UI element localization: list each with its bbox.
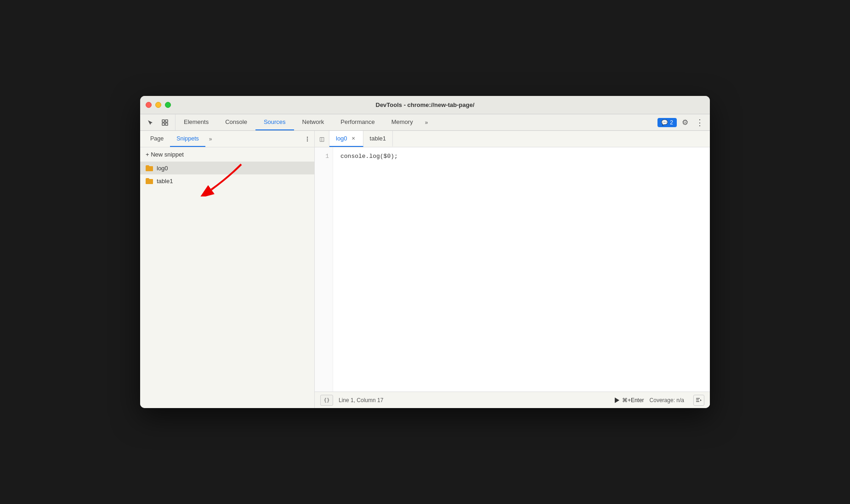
svg-rect-2 (162, 123, 164, 125)
svg-rect-9 (696, 399, 699, 400)
titlebar: DevTools - chrome://new-tab-page/ (140, 96, 710, 114)
nav-right: 💬 2 ⚙ ⋮ (654, 114, 710, 130)
svg-rect-8 (696, 398, 700, 399)
sub-tabs: Page Snippets » (140, 131, 314, 147)
snippet-name-log0: log0 (157, 165, 168, 172)
chat-badge-button[interactable]: 💬 2 (657, 118, 677, 127)
cursor-position: Line 1, Column 17 (339, 397, 383, 403)
sub-tab-more-button[interactable]: » (205, 131, 216, 147)
tab-page[interactable]: Page (144, 131, 170, 147)
line-numbers: 1 (315, 147, 333, 392)
new-snippet-button[interactable]: + New snippet (140, 147, 314, 162)
devtools-window: DevTools - chrome://new-tab-page/ Elemen… (140, 96, 710, 408)
main-content: Page Snippets » + New snippet (140, 131, 710, 408)
traffic-lights (146, 102, 171, 108)
format-button[interactable]: {} (320, 395, 333, 406)
editor-tabs: ◫ log0 ✕ table1 (315, 131, 710, 147)
tab-performance[interactable]: Performance (332, 114, 383, 130)
close-tab-log0[interactable]: ✕ (350, 135, 357, 142)
svg-point-6 (307, 140, 308, 141)
tab-memory[interactable]: Memory (383, 114, 421, 130)
minimize-button[interactable] (155, 102, 161, 108)
tab-elements[interactable]: Elements (176, 114, 217, 130)
plus-icon: + New snippet (146, 151, 184, 158)
svg-rect-10 (696, 401, 699, 402)
nav-icons (140, 114, 176, 130)
toggle-panel-button[interactable]: ◫ (315, 131, 329, 147)
window-title: DevTools - chrome://new-tab-page/ (375, 101, 474, 108)
nav-more-button[interactable]: » (421, 114, 432, 130)
editor-tab-label-log0: log0 (336, 135, 347, 142)
tab-snippets[interactable]: Snippets (170, 131, 205, 147)
tab-console[interactable]: Console (217, 114, 255, 130)
sub-tab-options-button[interactable] (300, 131, 314, 147)
badge-count: 2 (670, 119, 673, 126)
snippet-item-table1[interactable]: table1 (140, 174, 314, 187)
close-button[interactable] (146, 102, 152, 108)
code-editor[interactable]: 1 console.log($0); (315, 147, 710, 392)
svg-rect-0 (162, 120, 164, 122)
editor-tab-table1[interactable]: table1 (363, 131, 393, 147)
tab-network[interactable]: Network (294, 114, 333, 130)
snippet-item-log0[interactable]: log0 (140, 162, 314, 174)
run-icon (615, 398, 619, 403)
coverage-label: Coverage: n/a (650, 397, 684, 403)
snippets-list: + New snippet log0 table1 (140, 147, 314, 408)
left-panel: Page Snippets » + New snippet (140, 131, 315, 408)
editor-tab-label-table1: table1 (370, 135, 386, 142)
right-panel: ◫ log0 ✕ table1 1 console.log($0); (315, 131, 710, 408)
svg-point-4 (307, 136, 308, 137)
snippet-folder-icon-2 (146, 177, 153, 185)
maximize-button[interactable] (165, 102, 171, 108)
svg-rect-1 (165, 120, 168, 122)
status-bar: {} Line 1, Column 17 ⌘+Enter Coverage: n… (315, 392, 710, 408)
devtools-nav: Elements Console Sources Network Perform… (140, 114, 710, 131)
chat-icon: 💬 (661, 119, 668, 126)
more-options-button[interactable]: ⋮ (693, 116, 706, 129)
snippet-folder-icon (146, 164, 153, 172)
cursor-icon[interactable] (144, 116, 157, 129)
svg-marker-11 (700, 399, 702, 401)
code-line-1: console.log($0); (340, 153, 398, 160)
svg-rect-3 (165, 123, 168, 125)
settings-button[interactable]: ⚙ (679, 116, 691, 129)
snippet-name-table1: table1 (157, 178, 173, 185)
editor-tab-log0[interactable]: log0 ✕ (329, 131, 363, 147)
svg-point-5 (307, 138, 308, 139)
inspect-icon[interactable] (159, 116, 171, 129)
tab-sources[interactable]: Sources (255, 114, 294, 130)
toc-button[interactable] (693, 395, 704, 406)
run-snippet-button[interactable]: ⌘+Enter (615, 397, 644, 403)
line-number-1: 1 (320, 153, 329, 160)
run-shortcut-label: ⌘+Enter (622, 397, 644, 403)
nav-tabs: Elements Console Sources Network Perform… (176, 114, 654, 130)
code-content[interactable]: console.log($0); (333, 147, 710, 392)
